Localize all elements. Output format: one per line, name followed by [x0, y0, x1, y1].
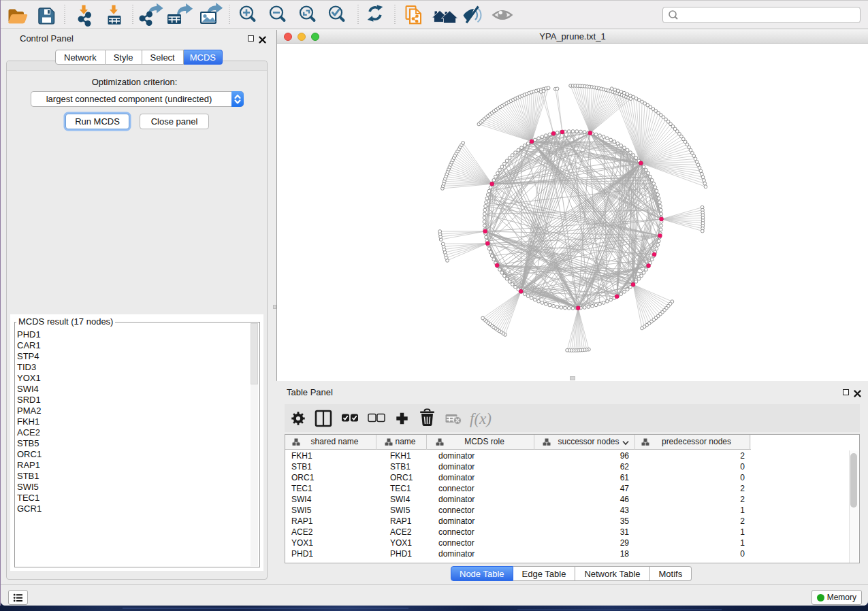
- svg-text:f(x): f(x): [470, 410, 492, 427]
